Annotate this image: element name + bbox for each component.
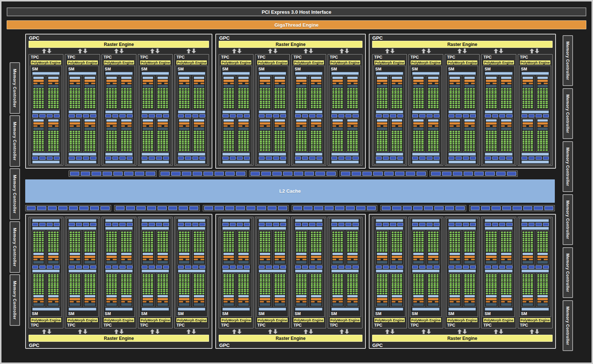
core-cell [332,274,334,276]
core-grid [296,88,307,109]
core-cell [523,276,525,278]
dispatch-segment [352,265,358,269]
dispatch-segment [352,223,358,226]
core-cell [143,145,145,147]
block-split-buffer-row [48,301,59,302]
instruction-cache-bar [448,227,476,230]
core-cell [199,149,202,151]
core-cell [311,143,313,145]
processing-block-row [258,231,286,265]
core-cell [314,274,315,276]
block-split-buffer-bar [507,125,511,127]
dispatch-segment [427,223,433,226]
tpc-label: TPC [103,323,135,328]
block-buffer-bar [486,256,496,258]
block-cache-bar [70,295,80,297]
block-split-buffer-bar [464,259,468,260]
block-split-buffer-bar [70,83,74,84]
core-cell [54,234,56,235]
core-cell [504,107,506,108]
core-cell [42,107,44,108]
dispatch-segment [76,223,82,226]
core-cell [394,145,397,147]
block-split-buffer-bar [296,301,300,302]
block-split-buffer-bar [302,125,306,127]
core-cell [341,147,342,149]
core-cell [151,246,153,248]
core-cell [501,149,503,151]
block-split-buffer-bar [501,301,505,302]
core-cell [314,147,315,149]
block-split-buffer-row [428,83,438,84]
core-cell [467,133,470,134]
processing-block-row [521,231,549,265]
core-cell [413,282,415,284]
core-cell [392,107,394,108]
core-cell [419,240,421,241]
core-cell [238,293,240,294]
core-cell [70,236,72,237]
core-cell [540,244,542,246]
core-grid [158,88,168,109]
core-cell [87,95,90,96]
core-cell [185,234,187,235]
core-cell [109,133,111,134]
core-cell [163,276,165,278]
dispatch-segment [47,265,53,269]
core-cell [182,95,184,96]
core-cell [121,137,123,138]
core-cell [57,234,59,235]
core-cell [314,90,315,92]
core-cell [160,242,163,244]
core-cell [537,232,540,233]
core-cell [232,135,234,136]
core-cell [494,248,497,250]
core-cell [537,246,540,248]
tpc-label: TPC [374,55,405,60]
core-cell [455,274,457,276]
core-cell [148,95,150,96]
block-split-buffer-bar [238,83,242,84]
processing-block-row [222,231,250,265]
core-cell [51,244,53,246]
memory-controller-bar: Memory Controller [563,300,573,351]
core-cell [278,248,279,250]
register-file-bar [311,128,321,130]
core-cell [145,105,148,106]
core-cell [341,99,342,100]
core-cell [304,131,306,132]
core-cell [350,101,352,102]
processing-block [83,231,96,265]
core-cell [531,284,533,286]
block-buffer-bar [158,256,168,258]
core-cell [353,244,355,246]
core-cell [51,96,53,98]
register-file-bar [450,303,460,306]
core-cell [523,107,525,108]
core-cell [473,244,475,246]
block-cache-bar [523,295,533,297]
block-cache-bar [486,119,496,122]
core-grid [194,88,204,109]
core-cell [260,244,262,246]
core-cell [238,246,240,248]
core-cell [106,139,109,140]
core-cell [437,280,439,282]
core-cell [434,90,436,92]
block-split-buffer-bar [544,125,548,127]
core-cell [226,145,228,147]
core-cell [531,139,533,140]
core-cell [416,246,418,248]
core-cell [223,278,225,280]
core-cell [244,240,246,241]
instruction-cache-bar [448,153,476,156]
core-cell [332,284,334,286]
core-cell [241,289,243,290]
core-cell [127,103,129,104]
core-cell [39,96,41,98]
core-cell [75,234,77,235]
core-cell [202,92,205,94]
dispatch-segment [192,265,198,269]
dispatch-segment [295,156,301,160]
block-buffer-bar [260,80,270,82]
